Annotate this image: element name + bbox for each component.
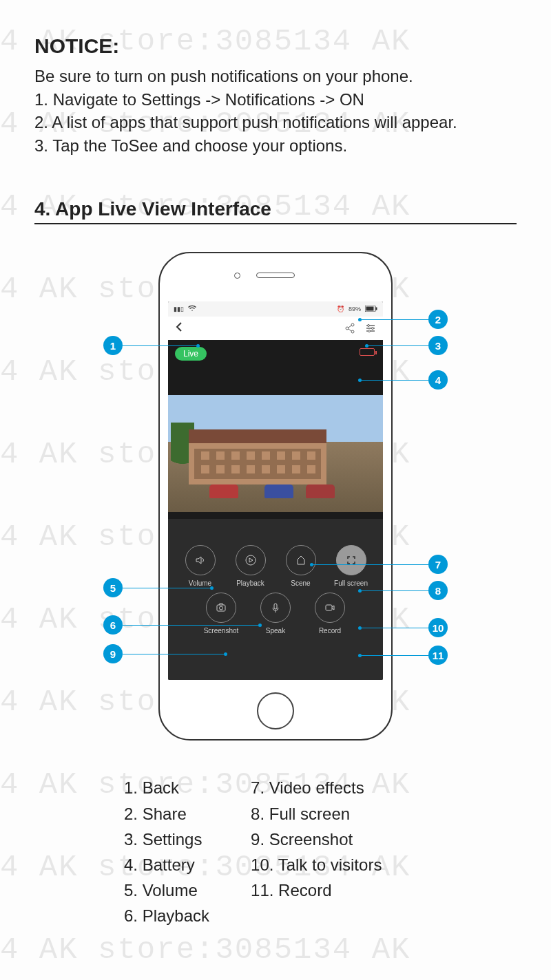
legend-column: 7. Video effects 8. Full screen 9. Scree… xyxy=(251,775,382,928)
callout-11: 11 xyxy=(360,646,448,665)
callout-bubble: 7 xyxy=(428,555,448,574)
legend-item: 2. Share xyxy=(124,801,209,827)
legend: 1. Back 2. Share 3. Settings 4. Battery … xyxy=(34,775,517,928)
callout-5: 5 xyxy=(103,578,212,597)
video-area: Live xyxy=(168,340,383,519)
share-icon[interactable] xyxy=(344,323,355,334)
notice-step: 1. Navigate to Settings -> Notifications… xyxy=(34,88,517,111)
notice-step: 2. A list of apps that support push noti… xyxy=(34,111,517,134)
control-label: Speak xyxy=(266,627,285,635)
home-button[interactable] xyxy=(257,692,294,729)
callout-8: 8 xyxy=(360,581,448,600)
svg-point-5 xyxy=(351,330,354,333)
callout-3: 3 xyxy=(366,336,448,355)
legend-item: 9. Screenshot xyxy=(251,827,382,852)
svg-rect-10 xyxy=(217,605,225,611)
callout-1: 1 xyxy=(103,336,198,355)
playback-button[interactable]: Playback xyxy=(229,545,273,587)
svg-point-8 xyxy=(368,330,371,332)
svg-rect-12 xyxy=(274,604,277,609)
legend-item: 11. Record xyxy=(251,877,382,903)
callout-bubble: 10 xyxy=(428,618,448,637)
legend-item: 8. Full screen xyxy=(251,801,382,827)
callout-bubble: 9 xyxy=(103,644,123,663)
phone-diagram: 1 5 6 9 2 3 4 7 xyxy=(34,252,517,775)
legend-item: 6. Playback xyxy=(124,903,209,928)
svg-point-11 xyxy=(220,606,223,610)
callout-bubble: 1 xyxy=(103,336,123,355)
app-nav-bar xyxy=(168,317,383,340)
callout-bubble: 11 xyxy=(428,646,448,665)
legend-item: 3. Settings xyxy=(124,827,209,852)
signal-icon: ▮▮▯ xyxy=(174,306,184,312)
svg-point-4 xyxy=(346,327,349,330)
phone-speaker xyxy=(256,273,295,278)
legend-item: 5. Volume xyxy=(124,877,209,903)
control-label: Playback xyxy=(236,579,264,587)
callout-10: 10 xyxy=(360,618,448,637)
notice-body: Be sure to turn on push notifications on… xyxy=(34,65,517,157)
record-button[interactable]: Record xyxy=(308,593,352,635)
notice-step: 3. Tap the ToSee and choose your options… xyxy=(34,134,517,158)
legend-column: 1. Back 2. Share 3. Settings 4. Battery … xyxy=(124,775,209,928)
control-label: Scene xyxy=(291,579,310,587)
notice-title: NOTICE: xyxy=(34,34,517,58)
phone-front-camera xyxy=(234,273,240,279)
back-button[interactable] xyxy=(175,321,183,336)
callout-bubble: 4 xyxy=(428,370,448,390)
callout-9: 9 xyxy=(103,644,226,663)
callout-bubble: 3 xyxy=(428,336,448,355)
status-bar: ▮▮▯ ⏰ 89% xyxy=(168,301,383,317)
control-label: Record xyxy=(319,627,341,635)
svg-rect-13 xyxy=(326,605,332,610)
legend-item: 4. Battery xyxy=(124,852,209,877)
svg-point-9 xyxy=(246,555,256,565)
alarm-icon: ⏰ xyxy=(337,306,344,312)
callout-2: 2 xyxy=(360,310,448,329)
callout-bubble: 5 xyxy=(103,578,123,597)
callout-bubble: 2 xyxy=(428,310,448,329)
svg-point-3 xyxy=(351,323,354,326)
wifi-icon xyxy=(188,305,196,313)
camera-feed[interactable] xyxy=(168,395,383,512)
callout-7: 7 xyxy=(311,555,448,574)
callout-bubble: 6 xyxy=(103,615,123,635)
notice-intro: Be sure to turn on push notifications on… xyxy=(34,65,517,88)
legend-item: 1. Back xyxy=(124,775,209,800)
section-title: 4. App Live View Interface xyxy=(34,198,271,224)
callout-bubble: 8 xyxy=(428,581,448,600)
phone-frame: ▮▮▯ ⏰ 89% xyxy=(158,252,393,741)
legend-item: 7. Video effects xyxy=(251,775,382,800)
callout-6: 6 xyxy=(103,615,260,635)
callout-4: 4 xyxy=(360,370,448,390)
legend-item: 10. Talk to visitors xyxy=(251,852,382,877)
